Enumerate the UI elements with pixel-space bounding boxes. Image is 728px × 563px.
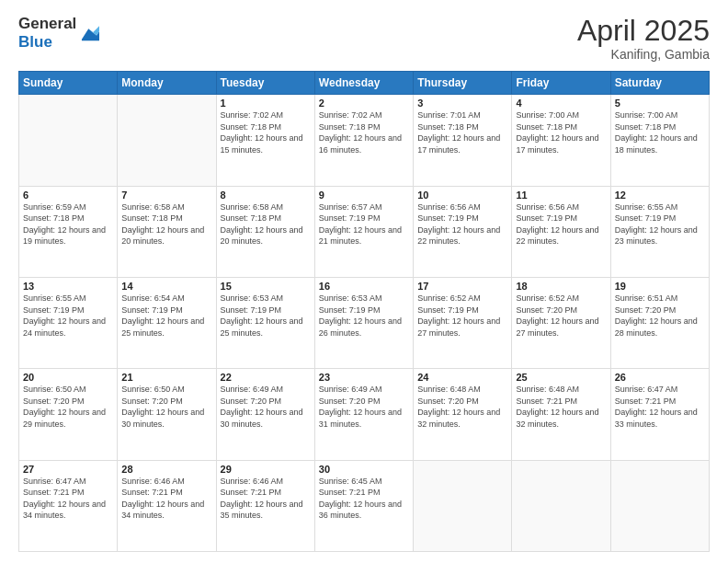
day-number: 22 [221, 372, 311, 383]
day-number: 24 [417, 372, 507, 383]
day-info: Sunrise: 7:00 AM Sunset: 7:18 PM Dayligh… [615, 109, 705, 155]
day-cell: 10Sunrise: 6:56 AM Sunset: 7:19 PM Dayli… [414, 186, 512, 277]
day-info: Sunrise: 7:02 AM Sunset: 7:18 PM Dayligh… [319, 109, 409, 155]
day-cell: 5Sunrise: 7:00 AM Sunset: 7:18 PM Daylig… [610, 95, 709, 186]
day-cell: 30Sunrise: 6:45 AM Sunset: 7:21 PM Dayli… [314, 460, 413, 551]
logo: General Blue [18, 15, 99, 51]
day-cell: 8Sunrise: 6:58 AM Sunset: 7:18 PM Daylig… [216, 186, 314, 277]
day-cell [512, 460, 610, 551]
day-number: 30 [319, 464, 409, 475]
day-cell: 22Sunrise: 6:49 AM Sunset: 7:20 PM Dayli… [216, 369, 314, 460]
day-number: 20 [23, 372, 113, 383]
day-cell: 27Sunrise: 6:47 AM Sunset: 7:21 PM Dayli… [19, 460, 118, 551]
header-day-friday: Friday [512, 72, 610, 95]
day-info: Sunrise: 6:47 AM Sunset: 7:21 PM Dayligh… [23, 476, 113, 522]
day-number: 23 [319, 372, 409, 383]
day-number: 13 [23, 281, 113, 292]
day-info: Sunrise: 6:47 AM Sunset: 7:21 PM Dayligh… [615, 384, 705, 430]
day-number: 26 [615, 372, 705, 383]
day-number: 21 [121, 372, 211, 383]
day-cell [610, 460, 709, 551]
day-number: 6 [23, 190, 113, 201]
week-row-3: 20Sunrise: 6:50 AM Sunset: 7:20 PM Dayli… [19, 369, 710, 460]
day-info: Sunrise: 6:48 AM Sunset: 7:20 PM Dayligh… [417, 384, 507, 430]
day-info: Sunrise: 6:56 AM Sunset: 7:19 PM Dayligh… [516, 201, 606, 247]
day-info: Sunrise: 7:01 AM Sunset: 7:18 PM Dayligh… [417, 109, 507, 155]
day-info: Sunrise: 6:46 AM Sunset: 7:21 PM Dayligh… [221, 476, 311, 522]
day-cell: 12Sunrise: 6:55 AM Sunset: 7:19 PM Dayli… [610, 186, 709, 277]
logo-icon [79, 24, 99, 44]
day-info: Sunrise: 6:52 AM Sunset: 7:20 PM Dayligh… [516, 293, 606, 339]
day-number: 9 [319, 190, 409, 201]
day-number: 14 [121, 281, 211, 292]
day-info: Sunrise: 6:50 AM Sunset: 7:20 PM Dayligh… [121, 384, 211, 430]
page: General Blue April 2025 Kanifing, Gambia… [0, 0, 728, 563]
day-cell: 13Sunrise: 6:55 AM Sunset: 7:19 PM Dayli… [19, 277, 118, 368]
day-cell: 29Sunrise: 6:46 AM Sunset: 7:21 PM Dayli… [216, 460, 314, 551]
day-info: Sunrise: 7:02 AM Sunset: 7:18 PM Dayligh… [221, 109, 311, 155]
day-cell: 4Sunrise: 7:00 AM Sunset: 7:18 PM Daylig… [512, 95, 610, 186]
title-location: Kanifing, Gambia [577, 47, 710, 62]
day-number: 2 [319, 98, 409, 109]
day-info: Sunrise: 6:54 AM Sunset: 7:19 PM Dayligh… [121, 293, 211, 339]
week-row-1: 6Sunrise: 6:59 AM Sunset: 7:18 PM Daylig… [19, 186, 710, 277]
header-day-monday: Monday [118, 72, 216, 95]
day-number: 12 [615, 190, 705, 201]
day-cell: 2Sunrise: 7:02 AM Sunset: 7:18 PM Daylig… [314, 95, 413, 186]
day-info: Sunrise: 6:55 AM Sunset: 7:19 PM Dayligh… [23, 293, 113, 339]
day-cell [118, 95, 216, 186]
day-cell: 14Sunrise: 6:54 AM Sunset: 7:19 PM Dayli… [118, 277, 216, 368]
day-cell: 17Sunrise: 6:52 AM Sunset: 7:19 PM Dayli… [414, 277, 512, 368]
day-cell [19, 95, 118, 186]
day-cell: 18Sunrise: 6:52 AM Sunset: 7:20 PM Dayli… [512, 277, 610, 368]
day-number: 1 [221, 98, 311, 109]
day-cell: 1Sunrise: 7:02 AM Sunset: 7:18 PM Daylig… [216, 95, 314, 186]
day-number: 10 [417, 190, 507, 201]
header-row: SundayMondayTuesdayWednesdayThursdayFrid… [19, 72, 710, 95]
day-info: Sunrise: 6:46 AM Sunset: 7:21 PM Dayligh… [121, 476, 211, 522]
day-cell: 9Sunrise: 6:57 AM Sunset: 7:19 PM Daylig… [314, 186, 413, 277]
week-row-0: 1Sunrise: 7:02 AM Sunset: 7:18 PM Daylig… [19, 95, 710, 186]
header-day-sunday: Sunday [19, 72, 118, 95]
day-cell: 20Sunrise: 6:50 AM Sunset: 7:20 PM Dayli… [19, 369, 118, 460]
day-cell [414, 460, 512, 551]
day-number: 16 [319, 281, 409, 292]
day-info: Sunrise: 7:00 AM Sunset: 7:18 PM Dayligh… [516, 109, 606, 155]
day-info: Sunrise: 6:49 AM Sunset: 7:20 PM Dayligh… [319, 384, 409, 430]
header-day-wednesday: Wednesday [314, 72, 413, 95]
logo-text: General Blue [18, 15, 76, 51]
day-number: 18 [516, 281, 606, 292]
day-cell: 15Sunrise: 6:53 AM Sunset: 7:19 PM Dayli… [216, 277, 314, 368]
day-info: Sunrise: 6:45 AM Sunset: 7:21 PM Dayligh… [319, 476, 409, 522]
logo-blue: Blue [18, 33, 76, 52]
day-number: 28 [121, 464, 211, 475]
day-cell: 19Sunrise: 6:51 AM Sunset: 7:20 PM Dayli… [610, 277, 709, 368]
day-cell: 7Sunrise: 6:58 AM Sunset: 7:18 PM Daylig… [118, 186, 216, 277]
day-info: Sunrise: 6:55 AM Sunset: 7:19 PM Dayligh… [615, 201, 705, 247]
day-cell: 6Sunrise: 6:59 AM Sunset: 7:18 PM Daylig… [19, 186, 118, 277]
header-day-thursday: Thursday [414, 72, 512, 95]
day-info: Sunrise: 6:50 AM Sunset: 7:20 PM Dayligh… [23, 384, 113, 430]
day-number: 4 [516, 98, 606, 109]
title-month: April 2025 [577, 15, 710, 47]
day-number: 15 [221, 281, 311, 292]
day-number: 25 [516, 372, 606, 383]
logo-general: General [18, 15, 76, 33]
week-row-4: 27Sunrise: 6:47 AM Sunset: 7:21 PM Dayli… [19, 460, 710, 551]
title-block: April 2025 Kanifing, Gambia [577, 15, 710, 62]
day-number: 7 [121, 190, 211, 201]
day-info: Sunrise: 6:51 AM Sunset: 7:20 PM Dayligh… [615, 293, 705, 339]
day-cell: 24Sunrise: 6:48 AM Sunset: 7:20 PM Dayli… [414, 369, 512, 460]
day-number: 8 [221, 190, 311, 201]
day-number: 5 [615, 98, 705, 109]
day-info: Sunrise: 6:58 AM Sunset: 7:18 PM Dayligh… [121, 201, 211, 247]
day-number: 27 [23, 464, 113, 475]
header-day-tuesday: Tuesday [216, 72, 314, 95]
day-cell: 25Sunrise: 6:48 AM Sunset: 7:21 PM Dayli… [512, 369, 610, 460]
day-cell: 23Sunrise: 6:49 AM Sunset: 7:20 PM Dayli… [314, 369, 413, 460]
day-cell: 16Sunrise: 6:53 AM Sunset: 7:19 PM Dayli… [314, 277, 413, 368]
day-info: Sunrise: 6:56 AM Sunset: 7:19 PM Dayligh… [417, 201, 507, 247]
day-number: 19 [615, 281, 705, 292]
day-info: Sunrise: 6:52 AM Sunset: 7:19 PM Dayligh… [417, 293, 507, 339]
day-info: Sunrise: 6:49 AM Sunset: 7:20 PM Dayligh… [221, 384, 311, 430]
